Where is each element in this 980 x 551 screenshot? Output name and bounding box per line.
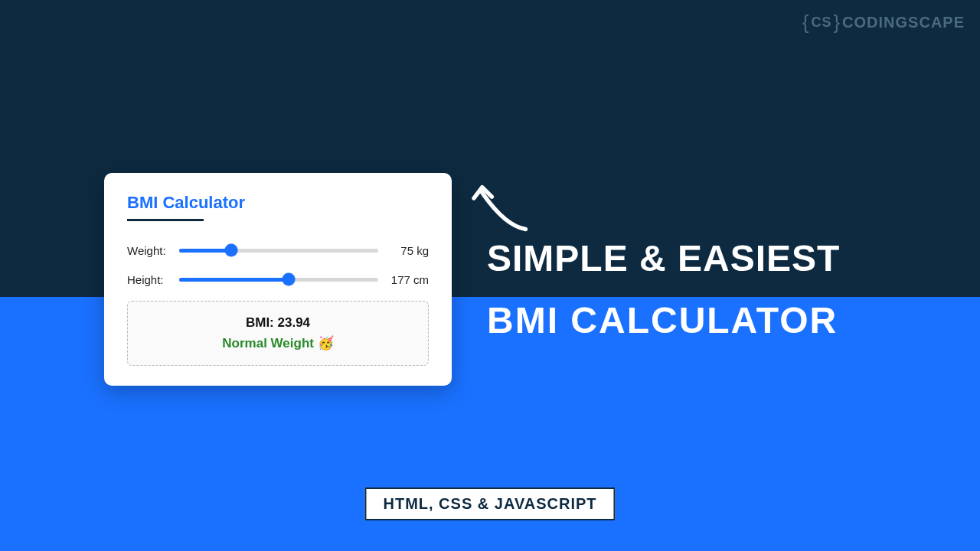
card-title: BMI Calculator	[127, 193, 429, 219]
headline: SIMPLE & EASIEST BMI CALCULATOR	[487, 237, 840, 341]
bmi-value: BMI: 23.94	[136, 315, 420, 331]
height-value: 177 cm	[386, 273, 429, 286]
height-slider[interactable]	[179, 272, 378, 287]
headline-line2: BMI CALCULATOR	[487, 299, 840, 341]
height-label: Height:	[127, 273, 172, 286]
card-title-underline	[127, 219, 204, 221]
weight-label: Weight:	[127, 244, 172, 257]
headline-line1: SIMPLE & EASIEST	[487, 237, 840, 279]
height-row: Height: 177 cm	[127, 272, 429, 287]
weight-value: 75 kg	[386, 244, 429, 257]
brand-cs: CS	[811, 15, 831, 31]
brand-logo: { CS } CODINGSCAPE	[802, 11, 965, 34]
weight-thumb[interactable]	[224, 244, 237, 257]
brace-close-icon: }	[833, 11, 841, 34]
height-thumb[interactable]	[283, 273, 296, 286]
brace-open-icon: {	[802, 11, 810, 34]
bmi-calculator-card: BMI Calculator Weight: 75 kg Height: 177…	[104, 173, 452, 386]
height-fill	[179, 278, 289, 282]
arrow-icon	[467, 178, 536, 246]
brand-name: CODINGSCAPE	[842, 14, 965, 31]
bmi-status: Normal Weight 🥳	[136, 335, 420, 351]
weight-slider[interactable]	[179, 243, 378, 258]
weight-row: Weight: 75 kg	[127, 243, 429, 258]
result-box: BMI: 23.94 Normal Weight 🥳	[127, 301, 429, 366]
weight-fill	[179, 249, 231, 253]
tech-pill: HTML, CSS & JAVASCRIPT	[364, 487, 615, 520]
